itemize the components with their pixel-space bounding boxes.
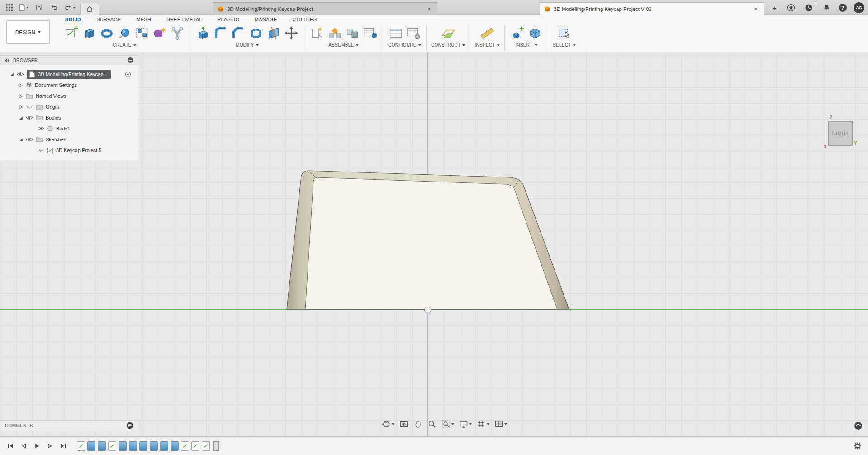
document-tab-active[interactable]: 3D Modelling/Printing Keycap Project V-0… [540,2,764,15]
visibility-eye-off-icon[interactable] [37,148,44,153]
keycap-body[interactable] [287,171,569,309]
tab-surface[interactable]: SURFACE [95,16,122,24]
view-cube[interactable]: RIGHT Z Y X [828,121,853,146]
document-tab[interactable]: 3D Modelling/Printing Keycap Project × [213,2,437,15]
tab-sheet-metal[interactable]: SHEET METAL [166,16,203,24]
configuration-table-icon[interactable] [405,25,422,41]
file-menu-button[interactable] [19,4,29,11]
new-component-icon[interactable] [309,25,325,41]
workspace-selector[interactable]: DESIGN [6,20,50,44]
step-back-icon[interactable] [19,442,28,450]
job-status-icon[interactable]: 1 [803,2,814,13]
expand-arrow-icon[interactable] [10,72,14,77]
viewport-canvas[interactable]: RIGHT Z Y X BROWSER 3D Modelling/Printin… [0,52,868,436]
extrude-feature-icon[interactable] [87,441,95,451]
extrude-feature-icon[interactable] [139,441,147,451]
extrude-feature-icon[interactable] [160,441,168,451]
revolve-icon[interactable] [99,25,115,41]
viewports-icon[interactable] [493,419,508,430]
sketch-feature-icon[interactable] [191,441,199,451]
extensions-icon[interactable] [786,2,797,13]
create-form-icon[interactable] [152,25,168,41]
settings-gear-icon[interactable] [854,442,862,450]
sketch-feature-icon[interactable] [202,441,210,451]
new-tab-button[interactable]: + [769,2,780,15]
select-dropdown[interactable]: SELECT [553,43,576,48]
as-built-joint-icon[interactable] [344,25,360,41]
display-settings-icon[interactable] [458,419,473,430]
tab-utilities[interactable]: UTILITIES [291,16,318,24]
create-dropdown[interactable]: CREATE [113,43,136,48]
move-copy-icon[interactable] [283,25,299,41]
browser-item-document-settings[interactable]: Document Settings [0,80,138,91]
look-at-icon[interactable] [398,419,409,430]
visibility-eye-off-icon[interactable] [26,105,33,109]
browser-item-sketch[interactable]: 3D Keycap Project 5 [0,145,138,156]
browser-item-body1[interactable]: Body1 [0,123,138,134]
view-cube-face-label[interactable]: RIGHT [832,131,849,136]
assemble-dropdown[interactable]: ASSEMBLE [328,43,358,48]
user-avatar[interactable]: AG [854,2,864,13]
measure-icon[interactable] [479,25,495,41]
rigid-group-icon[interactable] [362,25,378,41]
pan-icon[interactable] [413,419,423,430]
chamfer-icon[interactable] [230,25,247,41]
close-icon[interactable]: × [426,5,433,12]
browser-item-origin[interactable]: Origin [0,101,138,112]
grid-settings-icon[interactable] [476,419,490,430]
browser-header[interactable]: BROWSER [0,55,138,65]
app-grid-icon[interactable] [4,2,14,13]
origin-point[interactable] [424,307,431,313]
notifications-bell-icon[interactable] [821,2,832,13]
select-icon[interactable] [556,25,572,41]
fillet-icon[interactable] [213,25,229,41]
tab-plastic[interactable]: PLASTIC [217,16,240,24]
close-icon[interactable]: × [752,5,759,12]
active-component-pill[interactable]: 3D Modelling/Printing Keycap... [27,70,111,79]
collapsed-arrow-icon[interactable] [19,94,23,98]
collapsed-arrow-icon[interactable] [19,105,23,109]
browser-item-named-views[interactable]: Named Views [0,91,138,101]
zoom-icon[interactable] [427,419,437,430]
inspect-dropdown[interactable]: INSPECT [474,43,499,48]
extrude-feature-icon[interactable] [98,441,106,451]
pattern-icon[interactable] [134,25,150,41]
timeline-end-marker[interactable] [213,441,219,451]
browser-item-root[interactable]: 3D Modelling/Printing Keycap... [0,69,138,80]
extrude-feature-icon[interactable] [129,441,137,451]
derive-icon[interactable] [509,25,526,41]
extrude-feature-icon[interactable] [150,441,158,451]
shell-icon[interactable] [248,25,264,41]
sketch-feature-icon[interactable] [181,441,189,451]
play-icon[interactable] [33,442,41,450]
save-icon[interactable] [33,2,44,13]
extrude-feature-icon[interactable] [119,441,127,451]
sketch-feature-icon[interactable] [77,441,85,451]
press-pull-icon[interactable] [195,25,211,41]
expand-arrow-icon[interactable] [19,116,23,120]
sweep-icon[interactable] [116,25,133,41]
sync-status-icon[interactable] [854,421,863,430]
tab-solid[interactable]: SOLID [64,16,82,24]
split-icon[interactable] [266,25,282,41]
tab-manage[interactable]: MANAGE [254,16,278,24]
insert-mesh-icon[interactable] [527,25,543,41]
redo-button[interactable] [64,4,76,11]
joint-icon[interactable] [327,25,343,41]
skip-start-icon[interactable] [6,442,14,450]
comments-bubble-icon[interactable] [126,422,133,429]
visibility-eye-icon[interactable] [26,137,33,142]
create-sketch-icon[interactable] [63,25,80,41]
visibility-eye-icon[interactable] [37,126,44,131]
tab-mesh[interactable]: MESH [135,16,152,24]
extrude-icon[interactable] [81,25,97,41]
browser-item-sketches[interactable]: Sketches [0,134,138,145]
extrude-feature-icon[interactable] [171,441,179,451]
expand-arrow-icon[interactable] [19,138,23,142]
insert-dropdown[interactable]: INSERT [515,43,537,48]
skip-end-icon[interactable] [59,442,67,450]
configure-icon[interactable] [388,25,404,41]
modify-dropdown[interactable]: MODIFY [236,43,259,48]
collapse-panel-icon[interactable] [5,58,9,62]
construct-dropdown[interactable]: CONSTRUCT [431,43,465,48]
